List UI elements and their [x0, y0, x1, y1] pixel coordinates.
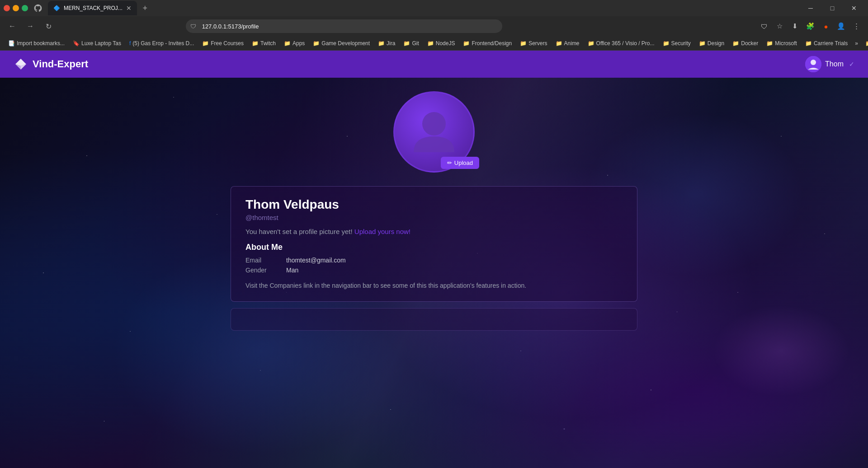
bookmark-folder-icon-5: 📁: [378, 40, 385, 47]
bookmark-game-dev[interactable]: 📁 Game Development: [309, 39, 373, 48]
no-profile-pic-notice: You haven't set a profile picture yet! U…: [245, 228, 623, 235]
bookmark-security[interactable]: 📁 Security: [659, 39, 694, 48]
bookmark-nodejs[interactable]: 📁 NodeJS: [424, 39, 459, 48]
bookmark-folder-icon-8: 📁: [463, 40, 470, 47]
upload-button[interactable]: ✏ Upload: [441, 157, 479, 169]
firefox-vpn-icon[interactable]: 🛡: [759, 20, 770, 32]
bookmark-import-label: Import bookmarks...: [17, 40, 65, 47]
bookmark-design[interactable]: 📁 Design: [695, 39, 728, 48]
nav-check-icon: ✓: [849, 61, 854, 68]
bookmark-office-label: Office 365 / Visio / Pro...: [596, 40, 655, 47]
tab-favicon: 🔷: [53, 5, 60, 11]
bookmark-folder-icon-14: 📁: [732, 40, 739, 47]
profile-card-lower: [231, 308, 637, 331]
extensions-icon[interactable]: 🧩: [805, 20, 816, 32]
tab-title: MERN_STACK_PROJ...: [64, 5, 123, 11]
minimize-window-button[interactable]: [13, 5, 19, 11]
download-icon[interactable]: ⬇: [789, 20, 801, 32]
nav-user-menu[interactable]: Thom ✓: [805, 56, 854, 72]
bookmark-folder-icon-9: 📁: [520, 40, 527, 47]
tab-close-button[interactable]: ✕: [126, 5, 132, 12]
bookmark-twitch[interactable]: 📁 Twitch: [248, 39, 279, 48]
new-tab-button[interactable]: +: [139, 2, 151, 14]
bookmark-carriere[interactable]: 📁 Carriere Trials: [802, 39, 851, 48]
app-logo[interactable]: Vind-Expert: [14, 57, 88, 71]
bookmark-git[interactable]: 📁 Git: [400, 39, 422, 48]
email-row: Email thomtest@gmail.com: [245, 257, 623, 264]
profile-username: @thomtest: [245, 214, 623, 221]
upload-pencil-icon: ✏: [447, 159, 452, 166]
bookmark-anime[interactable]: 📁 Anime: [552, 39, 583, 48]
bookmark-import[interactable]: 📑 Import bookmarks...: [5, 39, 68, 48]
bookmark-apps-label: Apps: [292, 40, 305, 47]
bookmark-fb-icon: f: [129, 40, 131, 47]
bookmark-servers[interactable]: 📁 Servers: [516, 39, 551, 48]
bookmark-frontend[interactable]: 📁 Frontend/Design: [459, 39, 515, 48]
svg-point-1: [811, 60, 816, 65]
close-window-button[interactable]: [4, 5, 10, 11]
refresh-button[interactable]: ↻: [42, 19, 55, 33]
bookmark-luxe-label: Luxe Laptop Tas: [81, 40, 121, 47]
about-heading: About Me: [245, 243, 623, 252]
avatar-section: ✏ Upload: [393, 91, 475, 173]
bookmark-folder-icon-16: 📁: [805, 40, 812, 47]
bookmark-carriere-label: Carriere Trials: [814, 40, 848, 47]
restore-button[interactable]: □: [822, 1, 843, 15]
bookmark-other[interactable]: 📁 Other Bookmarks: [862, 39, 868, 48]
gender-label: Gender: [245, 267, 286, 274]
gender-row: Gender Man: [245, 267, 623, 274]
active-tab[interactable]: 🔷 MERN_STACK_PROJ... ✕: [48, 1, 137, 15]
back-button[interactable]: ←: [5, 19, 19, 33]
toolbar-icons: 🛡 ☆ ⬇ 🧩 ● 👤 ⋮: [759, 20, 863, 32]
content-area: ✏ Upload Thom Veldpaus @thomtest You hav…: [0, 78, 868, 331]
shield-address-icon: 🛡: [190, 23, 196, 30]
bookmark-office[interactable]: 📁 Office 365 / Visio / Pro...: [584, 39, 658, 48]
bookmark-servers-label: Servers: [528, 40, 547, 47]
bookmark-microsoft-label: Microsoft: [775, 40, 797, 47]
bookmark-nodejs-label: NodeJS: [436, 40, 455, 47]
app-brand-name: Vind-Expert: [33, 58, 88, 70]
bookmark-facebook[interactable]: f (5) Gas Erop - Invites D...: [126, 39, 198, 48]
bookmark-folder-icon-10: 📁: [556, 40, 562, 47]
bookmark-microsoft[interactable]: 📁 Microsoft: [763, 39, 801, 48]
email-value: thomtest@gmail.com: [286, 257, 346, 264]
bookmark-folder-icon-11: 📁: [588, 40, 594, 47]
address-input[interactable]: [186, 19, 502, 33]
nav-avatar: [805, 56, 821, 72]
bookmark-star-icon[interactable]: ☆: [774, 20, 786, 32]
upload-now-link[interactable]: Upload yours now!: [354, 228, 410, 235]
title-bar: 🔷 MERN_STACK_PROJ... ✕ + ─ □ ✕: [0, 0, 868, 16]
forward-button[interactable]: →: [24, 19, 37, 33]
profile-icon[interactable]: 👤: [835, 20, 847, 32]
bookmark-import-icon: 📑: [8, 40, 15, 47]
reddit-icon[interactable]: ●: [820, 20, 832, 32]
bookmark-folder-icon-6: 📁: [403, 40, 410, 47]
bookmark-twitch-label: Twitch: [260, 40, 276, 47]
bookmark-folder-icon-2: 📁: [252, 40, 259, 47]
bookmark-free-courses[interactable]: 📁 Free Courses: [198, 39, 247, 48]
maximize-window-button[interactable]: [22, 5, 28, 11]
tab-bar: 🔷 MERN_STACK_PROJ... ✕ +: [48, 1, 797, 15]
bookmark-jira[interactable]: 📁 Jira: [374, 39, 399, 48]
app-navbar: Vind-Expert Thom ✓: [0, 51, 868, 78]
logo-icon: [14, 57, 28, 71]
bookmark-folder-icon-7: 📁: [427, 40, 434, 47]
profile-full-name: Thom Veldpaus: [245, 197, 623, 212]
bookmark-luxe[interactable]: 🔖 Luxe Laptop Tas: [69, 39, 125, 48]
minimize-button[interactable]: ─: [800, 1, 821, 15]
close-button[interactable]: ✕: [844, 1, 864, 15]
gender-value: Man: [286, 267, 298, 274]
bookmark-jira-label: Jira: [387, 40, 395, 47]
bookmark-docker[interactable]: 📁 Docker: [729, 39, 762, 48]
upload-label: Upload: [454, 159, 473, 166]
bookmark-apps[interactable]: 📁 Apps: [280, 39, 308, 48]
bookmark-folder-icon-12: 📁: [663, 40, 670, 47]
bookmark-design-label: Design: [708, 40, 724, 47]
profile-note: Visit the Companies link in the navigati…: [245, 281, 623, 290]
bookmarks-overflow-button[interactable]: »: [852, 39, 861, 48]
menu-icon[interactable]: ⋮: [851, 20, 863, 32]
bookmark-folder-icon-15: 📁: [766, 40, 773, 47]
github-icon: [33, 4, 42, 13]
bookmark-docker-label: Docker: [741, 40, 758, 47]
avatar-icon: [805, 56, 821, 72]
